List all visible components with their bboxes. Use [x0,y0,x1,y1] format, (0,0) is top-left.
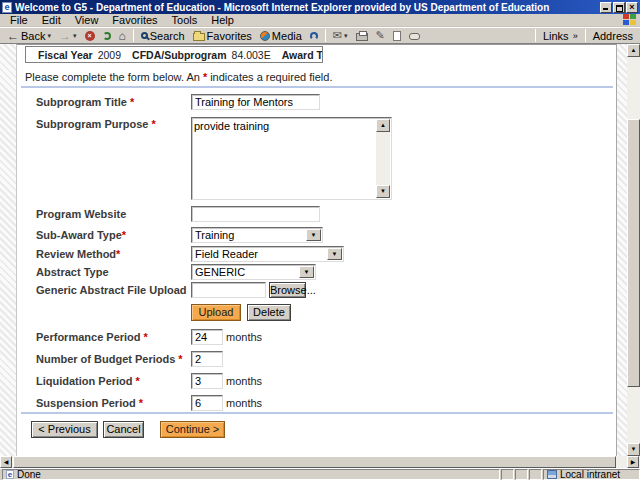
favorites-button[interactable]: Favorites [189,28,256,43]
close-button[interactable]: × [626,2,638,13]
toolbar-separator [585,29,586,42]
vertical-scrollbar-thumb[interactable] [627,119,640,387]
horizontal-scrollbar-thumb[interactable] [13,456,616,468]
subprogram-purpose-label: Subprogram Purpose* [36,118,156,130]
print-button[interactable] [352,28,372,43]
status-text: Done [17,469,41,480]
discuss-button[interactable] [405,28,424,43]
textarea-scrollbar[interactable]: ▲ ▼ [376,119,390,198]
menu-edit[interactable]: Edit [35,14,68,27]
stop-button[interactable]: × [81,28,99,43]
subprogram-title-label: Subprogram Title* [36,96,134,108]
chevron-down-icon[interactable]: ▼ [299,266,314,278]
required-asterisk: * [139,397,143,409]
links-chevron-icon[interactable]: » [573,31,578,41]
security-zone-pane: Local intranet [543,469,640,480]
abstract-type-label: Abstract Type [36,266,109,278]
back-dropdown-icon[interactable]: ▾ [47,32,51,40]
links-label: Links [543,30,569,42]
performance-period-input[interactable] [191,329,223,345]
abstract-type-select[interactable]: GENERIC ▼ [191,264,316,280]
scroll-up-icon[interactable]: ▲ [627,44,640,57]
suspension-period-unit: months [226,397,262,409]
mail-button[interactable]: ✉ ▾ [329,28,352,43]
performance-period-unit: months [226,331,262,343]
chevron-down-icon[interactable]: ▼ [327,248,342,260]
security-zone-text: Local intranet [560,469,620,480]
budget-periods-input[interactable] [191,351,223,367]
continue-button[interactable]: Continue > [160,421,225,438]
forward-arrow-icon: → [59,30,71,42]
window-title: Welcome to G5 - Department of Education … [15,2,599,13]
budget-periods-label: Number of Budget Periods* [36,353,183,365]
forward-dropdown-icon[interactable]: ▾ [73,32,77,40]
vertical-scrollbar[interactable]: ▲ ▼ [627,44,640,456]
file-upload-input[interactable] [191,282,266,298]
divider-line [21,412,613,414]
print-icon [356,33,368,41]
minimize-button[interactable] [600,2,612,13]
review-method-select[interactable]: Field Reader ▼ [191,246,344,262]
liquidation-period-input[interactable] [191,373,223,389]
favorites-label: Favorites [207,30,252,42]
abstract-type-value: GENERIC [195,266,245,278]
restore-button[interactable] [613,2,625,13]
scroll-right-icon[interactable]: ▶ [627,456,639,468]
cancel-button[interactable]: Cancel [103,421,144,438]
mail-dropdown-icon[interactable]: ▾ [344,32,348,40]
subprogram-title-input[interactable] [191,94,320,110]
required-asterisk: * [116,248,120,260]
previous-button[interactable]: < Previous [31,421,98,438]
menu-help[interactable]: Help [204,14,241,27]
forward-button[interactable]: → ▾ [55,28,81,43]
ie-page-icon: e [6,470,14,479]
history-button[interactable] [306,28,322,43]
fiscal-year-label: Fiscal Year [38,49,93,61]
favorites-icon [193,33,205,41]
program-website-input[interactable] [191,206,320,222]
search-button[interactable]: Search [137,28,189,43]
media-button[interactable]: Media [256,28,306,43]
menu-view[interactable]: View [68,14,106,27]
page-background: Fiscal Year 2009 CFDA/Subprogram 84.003E… [0,44,627,456]
menu-tools[interactable]: Tools [165,14,205,27]
back-button[interactable]: ← Back ▾ [3,28,55,43]
required-asterisk: * [130,96,134,108]
scroll-left-icon[interactable]: ◀ [0,456,12,468]
required-asterisk: * [203,71,207,83]
scroll-down-icon[interactable]: ▼ [627,443,640,456]
scroll-up-icon[interactable]: ▲ [376,119,390,132]
edit-button[interactable]: ✎ [372,28,389,43]
browse-button[interactable]: Browse... [269,282,306,298]
address-bar-label[interactable]: Address [589,28,637,43]
status-pane [529,469,542,480]
history-icon [310,32,318,40]
sub-award-type-select[interactable]: Training ▼ [191,227,323,243]
upload-button[interactable]: Upload [191,304,241,321]
sub-award-type-label: Sub-Award Type* [36,229,126,241]
fiscal-year-value: 2009 [98,49,121,61]
liquidation-period-unit: months [226,375,262,387]
links-bar[interactable]: Links » [539,28,582,43]
toolbar-separator [133,29,134,42]
home-button[interactable]: ⌂ [115,28,130,43]
menu-favorites[interactable]: Favorites [105,14,164,27]
chevron-down-icon[interactable]: ▼ [306,229,321,241]
messenger-button[interactable] [389,28,405,43]
edit-icon: ✎ [376,30,385,41]
media-label: Media [272,30,302,42]
cfda-value: 84.003E [232,49,271,61]
delete-button[interactable]: Delete [247,304,291,321]
horizontal-scrollbar[interactable]: ◀ ▶ [0,456,640,468]
browser-window: e Welcome to G5 - Department of Educatio… [0,0,640,480]
menu-file[interactable]: File [3,14,35,27]
refresh-button[interactable] [99,28,115,43]
scroll-down-icon[interactable]: ▼ [376,185,390,198]
local-intranet-icon [547,470,557,479]
subprogram-purpose-textarea[interactable]: provide training ▲ ▼ [191,117,392,200]
mail-icon: ✉ [333,30,342,41]
stop-icon: × [85,31,95,41]
suspension-period-input[interactable] [191,395,223,411]
search-label: Search [150,30,185,42]
liquidation-period-label: Liquidation Period* [36,375,140,387]
